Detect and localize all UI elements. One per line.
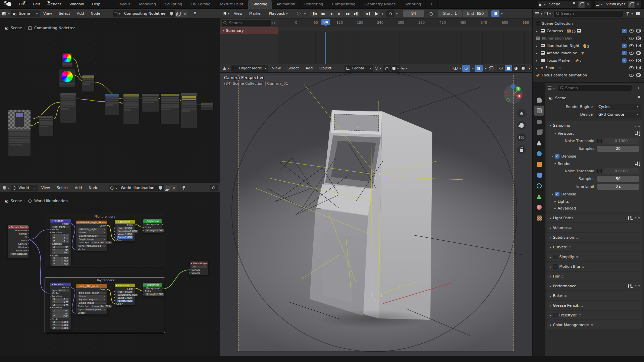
viewlayer-name[interactable]: ViewLayer <box>603 2 628 6</box>
playhead-badge[interactable]: 84 <box>321 19 330 25</box>
properties-panel[interactable]: Curves <box>547 243 642 251</box>
workspace-tab[interactable]: Modeling <box>135 0 161 9</box>
snapping-icon[interactable] <box>374 65 382 72</box>
falloff-icon[interactable] <box>400 65 408 72</box>
expand-icon[interactable]: ↔ <box>272 21 275 25</box>
time-limit-field[interactable]: 0 s <box>597 184 639 190</box>
properties-panel[interactable]: Volumes <box>547 223 642 232</box>
panel-checkbox[interactable] <box>553 264 557 269</box>
camera-view-icon[interactable] <box>517 133 526 142</box>
node[interactable] <box>201 102 214 110</box>
properties-tab[interactable] <box>534 116 544 126</box>
render-subpanel-header[interactable]: Render <box>547 160 642 167</box>
gizmo-x-neg-axis[interactable] <box>505 92 508 96</box>
gizmos-toggle-icon[interactable] <box>462 65 470 72</box>
value-field[interactable]: Hue0.500 <box>117 291 133 293</box>
color-wheel[interactable] <box>61 71 73 82</box>
copy-icon[interactable] <box>578 1 585 8</box>
viewport-menu[interactable]: Add <box>303 66 316 70</box>
noise-threshold-checkbox[interactable] <box>597 139 602 143</box>
close-icon[interactable] <box>170 185 177 191</box>
colorspace-dropdown[interactable]: Linear Rec.709 <box>91 241 112 244</box>
node[interactable] <box>142 94 159 112</box>
hide-viewport-icon[interactable] <box>629 37 634 40</box>
topbar-menu[interactable]: Help <box>88 0 104 9</box>
topbar-menu[interactable]: File <box>15 0 29 9</box>
color-wheel[interactable] <box>63 54 71 62</box>
type-dropdown[interactable]: Point <box>58 226 69 228</box>
jump-to-end-button[interactable]: ▶▌ <box>352 11 360 17</box>
render-samples-field[interactable]: 50 <box>597 176 639 182</box>
hide-viewport-icon[interactable] <box>629 44 634 47</box>
value-field[interactable]: X1.000 <box>52 321 69 323</box>
value-field[interactable]: Value1.000 <box>117 297 133 299</box>
expand-icon[interactable] <box>536 66 539 70</box>
world-name[interactable]: World Illumination <box>118 186 157 190</box>
fake-user-icon[interactable] <box>157 185 164 191</box>
shading-rendered-button[interactable] <box>520 65 527 71</box>
timeline-menu[interactable]: View <box>231 11 246 16</box>
texture-coordinate-node[interactable]: Texture Coordinate GeneratedNormalUVObje… <box>7 225 29 258</box>
alpha-dropdown[interactable]: Premultiplied <box>85 308 106 311</box>
timeline-tracks[interactable] <box>278 27 532 64</box>
node-output[interactable]: Reflection <box>8 249 29 252</box>
noise-threshold-checkbox[interactable] <box>597 169 602 173</box>
node[interactable] <box>123 94 140 124</box>
topbar-menu[interactable]: Edit <box>29 0 44 9</box>
selectability-checkbox[interactable] <box>622 44 627 48</box>
denoise-row[interactable]: Denoise <box>547 190 642 198</box>
shader-type-select[interactable]: World <box>11 185 38 191</box>
factor-field[interactable]: Factor1.000 <box>117 236 133 239</box>
outliner-search-input[interactable] <box>553 10 623 17</box>
workspace-tab[interactable]: Rendering <box>300 0 328 9</box>
world-canvas[interactable]: Scene › World Illumination Texture Coord… <box>0 193 220 356</box>
pin-icon[interactable] <box>570 1 578 8</box>
alpha-dropdown[interactable]: Premultiplied <box>85 245 106 247</box>
gizmo-z-axis[interactable] <box>511 84 516 89</box>
properties-panel[interactable]: Color Management <box>547 320 642 329</box>
source-dropdown[interactable]: Single Image <box>78 302 106 304</box>
advanced-subpanel-header[interactable]: Advanced <box>547 205 642 213</box>
shading-solid-button[interactable] <box>505 65 512 71</box>
compositor-menu[interactable]: Node <box>88 11 103 16</box>
disable-render-icon[interactable] <box>636 29 641 33</box>
value-field[interactable]: Y0 m <box>52 237 69 240</box>
workspace-tab[interactable]: Sculpting <box>161 0 187 9</box>
breadcrumb-icon[interactable] <box>547 84 555 91</box>
node-output[interactable]: Window <box>8 246 29 249</box>
outliner-row[interactable]: Illumination Night 5 <box>533 42 644 49</box>
screen-layout-icon[interactable] <box>491 10 499 17</box>
value-field[interactable]: Y0° <box>52 312 69 315</box>
close-icon[interactable] <box>635 1 641 8</box>
value-field[interactable]: X1.000 <box>52 257 69 260</box>
camera-frame[interactable] <box>238 75 514 351</box>
editor-type-icon[interactable] <box>535 10 543 17</box>
value-field[interactable]: Saturation1.000 <box>117 294 138 296</box>
gizmo-y-neg-axis[interactable] <box>506 98 510 102</box>
colorspace-dropdown[interactable]: Linear Rec.709 <box>91 305 112 308</box>
properties-tab[interactable] <box>534 95 544 105</box>
disable-render-icon[interactable] <box>636 73 641 77</box>
value-field[interactable]: Y1.000 <box>52 324 69 326</box>
type-dropdown[interactable]: Point <box>58 289 69 292</box>
gizmo-x-axis[interactable]: X <box>517 94 522 99</box>
new-collection-icon[interactable] <box>634 10 642 17</box>
next-frame-button[interactable]: ▐▶ <box>372 11 380 17</box>
node-group-frame[interactable]: Day renders Rotation Vector Type:Point V… <box>45 278 165 333</box>
shading-wireframe-button[interactable] <box>497 65 505 71</box>
hide-viewport-icon[interactable] <box>629 29 634 33</box>
record-icon[interactable] <box>294 10 303 17</box>
magnet-icon[interactable] <box>383 65 391 72</box>
properties-tab[interactable] <box>534 170 544 180</box>
world-menu[interactable]: Node <box>86 186 101 190</box>
compositor-menu[interactable]: Select <box>56 11 73 16</box>
properties-tab[interactable] <box>534 138 544 148</box>
channel-search-input[interactable] <box>221 19 272 26</box>
properties-search-input[interactable] <box>557 84 632 91</box>
outliner-row[interactable]: Focus camera animation <box>533 71 644 79</box>
proportional-edit-icon[interactable] <box>391 65 399 72</box>
compositor-canvas[interactable]: Scene › Compositing Nodetree <box>0 18 220 183</box>
outliner-row[interactable]: Floor <box>533 64 644 71</box>
options-icon[interactable] <box>634 84 642 91</box>
display-mode-icon[interactable] <box>543 10 551 17</box>
